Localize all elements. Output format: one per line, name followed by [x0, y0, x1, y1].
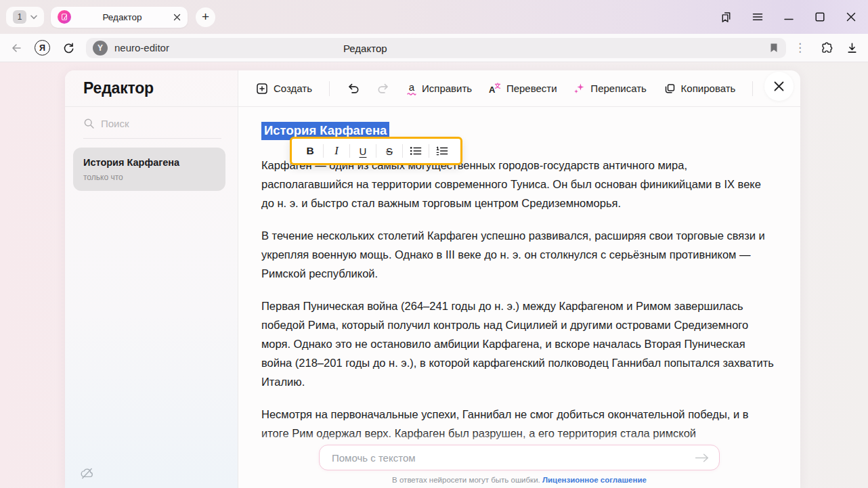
yandex-glyph: Я: [39, 43, 45, 53]
close-overlay-button[interactable]: [764, 72, 794, 101]
extensions-puzzle-icon[interactable]: [821, 41, 834, 55]
license-link[interactable]: Лицензионное соглашение: [542, 476, 647, 484]
toolbar-divider: [329, 81, 330, 96]
browser-navbar: Я Y neuro-editor Редактор ⋮: [0, 34, 868, 62]
sparkles-icon: [573, 83, 585, 94]
bullet-list-icon: [410, 146, 422, 156]
ai-prompt-area: В ответах нейросети могут быть ошибки. Л…: [238, 431, 800, 488]
translate-label: Перевести: [506, 83, 557, 94]
editor-favicon-icon: [58, 10, 71, 24]
create-label: Создать: [274, 83, 312, 94]
ai-prompt-box[interactable]: [319, 445, 720, 470]
numbered-list-button[interactable]: [429, 143, 455, 159]
toolbar-divider: [752, 81, 753, 96]
window-close-icon[interactable]: [845, 11, 857, 23]
document-list-item-selected[interactable]: История Карфагена только что: [73, 148, 225, 191]
site-badge-icon: Y: [93, 41, 108, 56]
download-icon[interactable]: [846, 41, 859, 54]
spellcheck-glyph: a: [409, 82, 414, 92]
document-item-timestamp: только что: [83, 173, 215, 182]
plus-icon: +: [202, 9, 209, 24]
bookmark-icon[interactable]: [770, 43, 778, 53]
plus-square-icon: [256, 83, 268, 95]
tab-close-icon[interactable]: [173, 14, 181, 21]
editor-toolbar: Создать a Исправить: [238, 70, 800, 107]
window-controls: [720, 11, 857, 24]
copy-button[interactable]: Копировать: [664, 83, 736, 95]
bullet-list-button[interactable]: [403, 143, 429, 159]
minimize-icon[interactable]: [783, 11, 795, 23]
spellcheck-icon: a: [407, 82, 416, 95]
ai-prompt-input[interactable]: [332, 452, 694, 464]
italic-button[interactable]: I: [324, 143, 349, 159]
menu-icon[interactable]: [752, 11, 764, 23]
document-item-title: История Карфагена: [83, 157, 215, 168]
rewrite-label: Переписать: [590, 83, 647, 94]
app-title: Редактор: [83, 79, 154, 97]
numbered-list-icon: [436, 146, 448, 156]
site-badge-glyph: Y: [97, 43, 103, 53]
create-button[interactable]: Создать: [256, 83, 312, 95]
disclaimer-text: В ответах нейросети могут быть ошибки.: [392, 476, 540, 484]
page-title: Редактор: [343, 42, 387, 53]
fix-label: Исправить: [422, 83, 472, 94]
format-toolbar-callout: B I U S: [290, 137, 462, 165]
yandex-home-icon[interactable]: Я: [35, 40, 50, 56]
translate-button[interactable]: А Перевести: [489, 83, 557, 95]
page-background: Редактор Создать a: [0, 62, 868, 488]
tab-title: Редактор: [71, 12, 173, 22]
sidebar-search[interactable]: [83, 118, 221, 139]
undo-icon[interactable]: [347, 82, 360, 95]
search-icon: [83, 118, 95, 129]
tab-group-chip[interactable]: 1: [6, 7, 44, 27]
ai-disclaimer: В ответах нейросети могут быть ошибки. Л…: [392, 476, 647, 484]
translate-icon: А: [489, 83, 501, 95]
copy-label: Копировать: [681, 83, 736, 94]
sidebar: История Карфагена только что: [65, 107, 238, 488]
back-icon[interactable]: [9, 41, 23, 55]
refresh-icon[interactable]: [62, 41, 74, 54]
browser-tab-strip: 1 Редактор +: [0, 0, 868, 34]
strikethrough-button[interactable]: S: [376, 143, 402, 159]
search-input[interactable]: [101, 118, 202, 129]
bold-button[interactable]: B: [297, 143, 323, 159]
maximize-icon[interactable]: [814, 11, 826, 23]
browser-tab-editor[interactable]: Редактор: [51, 7, 188, 28]
close-icon: [773, 81, 785, 92]
underline-button[interactable]: U: [350, 143, 376, 159]
tab-group-count-badge: 1: [13, 10, 26, 24]
document-paragraph[interactable]: В течение нескольких столетий Карфаген у…: [261, 226, 776, 283]
rewrite-button[interactable]: Переписать: [573, 83, 647, 94]
copy-icon: [664, 83, 676, 95]
send-arrow-icon[interactable]: [694, 453, 710, 463]
fix-text-button[interactable]: a Исправить: [407, 82, 472, 95]
cloud-off-icon[interactable]: [79, 466, 94, 481]
overflow-menu-icon[interactable]: ⋮: [794, 41, 806, 55]
tabs-panel-icon[interactable]: [720, 11, 733, 24]
editor-app-window: Редактор Создать a: [65, 70, 800, 488]
chevron-down-icon: [30, 15, 37, 20]
document-editor[interactable]: История Карфагена B I U S: [238, 107, 800, 488]
new-tab-button[interactable]: +: [196, 7, 215, 27]
sidebar-header: Редактор: [65, 70, 238, 107]
redo-icon[interactable]: [376, 82, 390, 95]
address-bar[interactable]: Y neuro-editor Редактор: [86, 38, 786, 58]
document-paragraph[interactable]: Первая Пуническая война (264–241 годы до…: [261, 296, 776, 391]
url-text: neuro-editor: [114, 42, 169, 53]
